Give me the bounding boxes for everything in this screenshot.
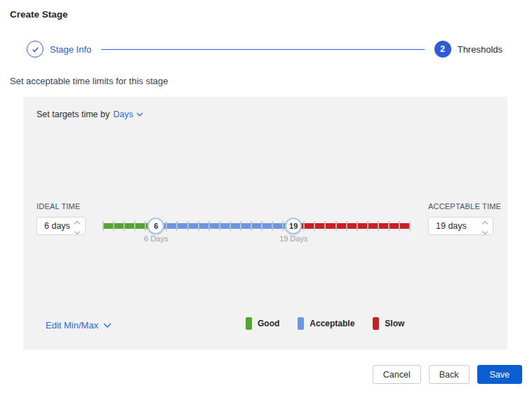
targets-row: Set targets time by Days	[36, 109, 143, 119]
footer-actions: Cancel Back Save	[373, 365, 522, 384]
chevron-down-icon	[136, 112, 143, 117]
acceptable-handle[interactable]: 19	[285, 218, 302, 234]
legend-label: Acceptable	[310, 319, 354, 328]
threshold-slider: 6 19 6 Days 19 Days	[103, 223, 410, 229]
legend-label: Slow	[385, 319, 404, 328]
step-number-badge: 2	[434, 41, 451, 58]
stepper-step-stage-info[interactable]: Stage Info	[27, 41, 91, 58]
stepper-connector	[101, 49, 424, 50]
stepper-step-thresholds[interactable]: 2 Thresholds	[434, 41, 503, 58]
legend-label: Good	[258, 319, 279, 328]
cancel-button[interactable]: Cancel	[373, 365, 421, 384]
legend-swatch	[373, 317, 379, 330]
page-title: Create Stage	[10, 9, 68, 20]
check-icon	[27, 41, 44, 58]
ideal-caption: 6 Days	[144, 234, 168, 243]
legend-item-slow: Slow	[373, 317, 404, 330]
thresholds-panel: Set targets time by Days IDEAL TIME 6 19	[23, 97, 507, 349]
ideal-time-label: IDEAL TIME	[36, 202, 86, 211]
increment-acceptable-button[interactable]	[482, 221, 488, 227]
acceptable-time-input-wrap	[428, 217, 493, 235]
decrement-ideal-button[interactable]	[74, 229, 80, 234]
chevron-down-icon	[103, 323, 112, 328]
edit-minmax-toggle[interactable]: Edit Min/Max	[46, 320, 112, 331]
back-button[interactable]: Back	[429, 365, 470, 384]
slider-segment-acceptable	[156, 223, 293, 229]
ideal-handle[interactable]: 6	[147, 218, 164, 234]
ideal-time-spinners	[75, 222, 79, 234]
legend: GoodAcceptableSlow	[246, 317, 404, 330]
targets-prefix-label: Set targets time by	[36, 109, 109, 119]
legend-swatch	[246, 317, 252, 330]
ideal-handle-value: 6	[154, 222, 158, 230]
acceptable-time-spinners	[483, 222, 487, 234]
time-unit-dropdown[interactable]: Days	[113, 109, 142, 119]
legend-item-good: Good	[246, 317, 279, 330]
edit-minmax-label: Edit Min/Max	[46, 320, 98, 331]
acceptable-time-group: ACCEPTABLE TIME	[428, 202, 501, 235]
increment-ideal-button[interactable]	[74, 221, 80, 227]
ideal-time-input-wrap	[36, 217, 86, 235]
time-unit-value: Days	[113, 109, 133, 119]
stepper: Stage Info 2 Thresholds	[27, 41, 503, 58]
step-label-stage-info: Stage Info	[50, 44, 91, 55]
decrement-acceptable-button[interactable]	[482, 229, 488, 234]
save-button[interactable]: Save	[477, 365, 523, 384]
legend-item-acceptable: Acceptable	[298, 317, 354, 330]
acceptable-handle-value: 19	[289, 222, 298, 230]
legend-swatch	[298, 317, 304, 330]
slider-segment-slow	[293, 223, 410, 229]
acceptable-time-label: ACCEPTABLE TIME	[428, 202, 501, 211]
step-label-thresholds: Thresholds	[458, 44, 503, 55]
section-heading: Set acceptable time limits for this stag…	[10, 76, 168, 86]
ideal-time-group: IDEAL TIME	[36, 202, 86, 235]
acceptable-caption: 19 Days	[279, 234, 307, 243]
